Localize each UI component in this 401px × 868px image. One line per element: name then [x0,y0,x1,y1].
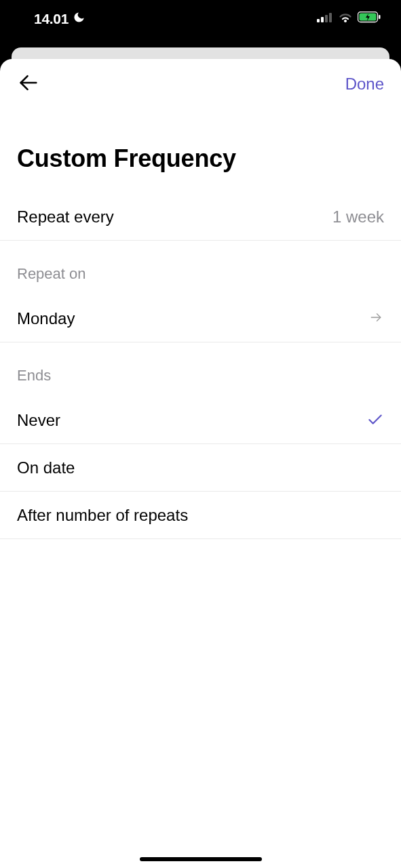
wifi-icon [338,12,353,26]
chevron-right-icon [368,311,384,326]
repeat-on-value: Monday [17,309,75,328]
ends-header: Ends [0,342,401,397]
modal-sheet: Done Custom Frequency Repeat every 1 wee… [0,59,401,868]
repeat-every-label: Repeat every [17,208,114,226]
ends-option-on-date[interactable]: On date [0,444,401,492]
repeat-on-header: Repeat on [0,241,401,295]
svg-rect-2 [325,15,328,22]
nav-bar: Done [0,59,401,109]
checkmark-icon [366,410,384,431]
svg-rect-3 [329,13,332,22]
svg-rect-0 [317,19,320,22]
status-right [317,12,381,26]
repeat-every-row[interactable]: Repeat every 1 week [0,193,401,241]
repeat-every-value: 1 week [332,208,384,226]
done-button[interactable]: Done [345,75,384,94]
back-button[interactable] [17,71,40,97]
battery-icon [358,12,381,26]
ends-option-label: After number of repeats [17,506,188,525]
ends-option-never[interactable]: Never [0,397,401,444]
status-bar: 14.01 [0,0,401,37]
svg-rect-6 [379,15,381,19]
ends-option-label: On date [17,458,75,477]
home-indicator[interactable] [140,857,262,861]
ends-option-label: Never [17,411,60,430]
ends-option-after-repeats[interactable]: After number of repeats [0,492,401,539]
status-time: 14.01 [34,11,69,27]
status-left: 14.01 [34,11,85,27]
page-title: Custom Frequency [0,109,401,193]
moon-icon [73,11,85,26]
cellular-signal-icon [317,12,333,25]
svg-rect-1 [321,17,324,22]
repeat-on-row[interactable]: Monday [0,295,401,342]
